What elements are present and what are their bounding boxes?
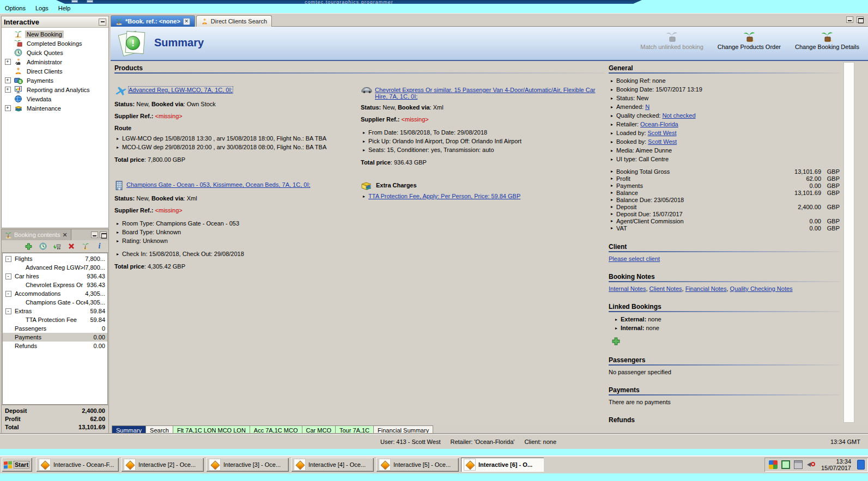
status-retailer: Retailer: 'Ocean-Florida' [450,439,514,445]
client-notes-link[interactable]: Client Notes [650,285,682,292]
menu-options[interactable]: Options [0,4,31,12]
taskbar-window-5[interactable]: Interactive [5] - Oce... [376,458,459,472]
sidebar-item-direct-clients[interactable]: Direct Clients [2,66,108,76]
bc-row-flights[interactable]: - Flights 7,800... [3,254,107,263]
bc-row-refunds[interactable]: Refunds 0.00 [3,342,107,350]
view-tabs: Summary Search Flt 7A,1C LON MCO LON Acc… [112,425,433,435]
bc-row-car-item[interactable]: Chevrolet Express Or 936.43 [3,281,107,289]
sidebar-item-completed-bookings[interactable]: Completed Bookings [2,39,108,48]
tab-car[interactable]: Car MCO [302,425,336,435]
loaded-by-link[interactable]: Scott West [648,130,677,136]
accommodation-product-link[interactable]: Champions Gate - Ocean - 053, Kissimmee,… [126,181,311,188]
sidebar-item-label: Direct Clients [25,68,64,75]
maximize-icon[interactable] [857,16,864,23]
device-tray-icon[interactable] [794,460,803,469]
amended-link[interactable]: N [645,103,650,110]
quote-clock-icon[interactable] [38,242,47,251]
sidebar-item-label: Administrator [25,58,64,66]
taskbar-window-6[interactable]: Interactive [6] - O... [461,458,544,472]
sidebar-item-administrator[interactable]: Administrator [2,57,108,66]
select-client-link[interactable]: Please select client [609,255,660,262]
summary-header-band: ! Summary Match unlinked booking Change … [111,27,868,61]
display-tray-icon[interactable] [781,460,790,469]
collapse-icon[interactable]: - [5,291,11,297]
quality-checking-notes-link[interactable]: Quality Checking Notes [730,285,793,292]
taskbar-window-2[interactable]: Interactive [2] - Oce... [121,458,204,472]
bc-row-car-hires[interactable]: - Car hires 936.43 [3,272,107,281]
internal-notes-link[interactable]: Internal Notes [609,285,646,292]
cart-icon[interactable] [52,242,62,251]
booking-contents-tab[interactable]: Booking contents ✕ [2,229,71,240]
sidebar-item-new-booking[interactable]: New Booking [2,29,108,39]
bc-row-accommodation-item[interactable]: Champions Gate - Oce 4,305... [3,298,107,307]
expand-icon[interactable] [5,77,11,83]
collapse-icon[interactable]: - [5,256,11,262]
clock-icon [14,48,23,57]
tab-direct-clients-search[interactable]: Direct Clients Search [196,15,272,27]
collapse-icon[interactable]: - [5,308,11,314]
tray-app-icon[interactable] [857,460,865,470]
missing-supplier-ref: <missing> [155,207,183,214]
expand-icon[interactable] [5,87,11,93]
delete-x-icon[interactable] [66,242,76,251]
bc-row-payments[interactable]: Payments 0.00 [3,333,107,342]
app-diamond-icon [124,459,136,471]
retailer-link[interactable]: Ocean-Florida [640,121,678,127]
tab-summary[interactable]: Summary [112,425,146,435]
sidebar-item-viewdata[interactable]: Viewdata [2,94,108,103]
menu-help[interactable]: Help [53,4,76,12]
start-button[interactable]: Start [2,458,32,472]
minimize-icon[interactable] [91,232,98,238]
booking-info-panel: General Booking Ref: none Booking Date: … [609,64,840,424]
expand-icon[interactable] [5,105,11,111]
tab-accommodation[interactable]: Acc 7A,1C MCO [250,425,302,435]
bc-row-extras[interactable]: - Extras 59.84 [3,307,107,315]
change-products-order-button[interactable]: Change Products Order [715,29,783,51]
collapse-icon[interactable]: - [5,273,11,279]
menu-logs[interactable]: Logs [31,4,53,12]
tab-search[interactable]: Search [145,425,173,435]
bc-row-passengers[interactable]: Passengers 0 [3,324,107,333]
antivirus-tray-icon[interactable] [769,460,778,469]
expand-icon[interactable] [5,59,11,65]
financial-notes-link[interactable]: Financial Notes [685,285,727,292]
sidebar-item-label: Completed Bookings [25,40,84,47]
add-icon[interactable] [24,242,33,251]
extra-charge-link[interactable]: TTA Protection Fee, Apply: Per Person, P… [368,193,520,199]
info-icon[interactable]: i [95,242,104,251]
sidebar-item-reporting-analytics[interactable]: Reporting and Analytics [2,85,108,94]
sidebar-item-maintenance[interactable]: Maintenance [2,103,108,113]
sidebar-header: Interactive [2,16,108,28]
change-booking-details-button[interactable]: Change Booking Details [793,29,861,51]
bc-row-flight-item[interactable]: Advanced Reg LGW>N 7,800... [3,263,107,272]
tab-financial-summary[interactable]: Financial Summary [373,425,433,435]
system-tray: 13:34 15/07/2017 [764,458,868,472]
bc-row-accommodations[interactable]: - Accommodations 4,305... [3,289,107,298]
sidebar-item-quick-quotes[interactable]: Quick Quotes [2,48,108,57]
tab-booking[interactable]: *Book. ref.: <none> ✕ [111,15,195,27]
sidebar-collapse-button[interactable] [99,19,106,26]
close-icon[interactable]: ✕ [183,18,190,25]
sidebar-item-payments[interactable]: $ Payments [2,76,108,85]
taskbar-clock[interactable]: 13:34 15/07/2017 [819,458,853,471]
flight-product-link[interactable]: Advanced Reg, LGW-MCO, 7A, 1C, 0I; [129,87,233,93]
add-linked-booking-icon[interactable] [612,337,620,345]
sidebar-item-label: Quick Quotes [25,49,65,57]
palm-tree-icon[interactable] [81,242,90,251]
stacked-books-icon [361,180,373,191]
taskbar-window-4[interactable]: Interactive [4] - Oce... [291,458,374,472]
taskbar-window-3[interactable]: Interactive [3] - Oce... [206,458,289,472]
palm-suitcase-icon [743,31,756,42]
car-product-link[interactable]: Chevrolet Express Or similar. 15 Passeng… [375,87,605,100]
bc-row-extras-item[interactable]: TTA Protection Fee 59.84 [3,315,107,324]
taskbar-window-1[interactable]: Interactive - Ocean-F... [36,458,119,472]
quality-checked-link[interactable]: Not checked [662,112,695,119]
sidebar-item-label: New Booking [25,31,64,38]
maximize-icon[interactable] [100,232,107,238]
tab-flight[interactable]: Flt 7A,1C LON MCO LON [173,425,250,435]
tab-tour[interactable]: Tour 7A,1C [335,425,374,435]
minimize-icon[interactable] [846,16,853,23]
close-icon[interactable]: ✕ [62,232,67,239]
muted-speaker-icon[interactable] [806,460,815,469]
booked-by-link[interactable]: Scott West [648,138,677,145]
